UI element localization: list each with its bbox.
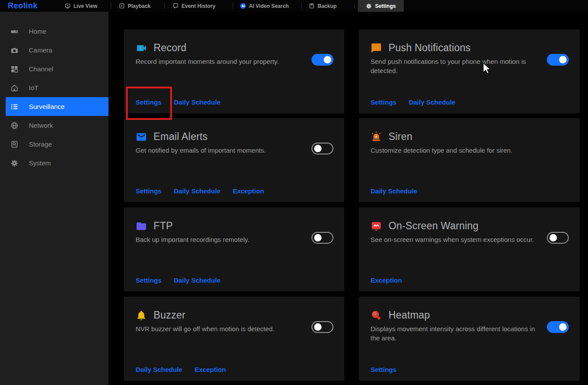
- tab-label: Playback: [128, 3, 150, 9]
- sidebar-item-camera[interactable]: Camera: [0, 41, 108, 60]
- video-camera-icon: [136, 42, 147, 54]
- reolink-logo: Reolink: [8, 0, 38, 12]
- link-settings[interactable]: Settings: [136, 187, 161, 195]
- sidebar-item-home[interactable]: Home: [0, 22, 108, 41]
- link-daily-schedule[interactable]: Daily Schedule: [174, 98, 220, 106]
- card-record: Record Record important moments around y…: [124, 29, 344, 113]
- card-heatmap: Heatmap Displays movement intensity acro…: [359, 297, 580, 381]
- nav-divider: [301, 3, 302, 9]
- tab-ai-video-search[interactable]: AI AI Video Search: [240, 0, 289, 12]
- sidebar: Home Camera Channel IoT Surveillance Net…: [0, 12, 108, 385]
- envelope-icon: [136, 131, 147, 143]
- card-header: Siren: [359, 118, 580, 143]
- nav-divider: [233, 3, 233, 9]
- tab-event-history[interactable]: Event History: [173, 0, 215, 12]
- sidebar-item-channel[interactable]: Channel: [0, 60, 108, 78]
- card-links: Settings Daily Schedule: [371, 98, 455, 106]
- card-description: Back up important recordings remotely.: [136, 235, 307, 244]
- link-daily-schedule[interactable]: Daily Schedule: [174, 276, 220, 284]
- live-view-icon: [65, 3, 70, 9]
- tab-label: AI Video Search: [249, 3, 289, 9]
- channel-grid-icon: [10, 65, 18, 73]
- surveillance-list-icon: [10, 103, 18, 111]
- card-title: On-Screen Warning: [388, 220, 479, 232]
- card-email-alerts: Email Alerts Get notified by emails of i…: [124, 118, 344, 202]
- ftp-toggle[interactable]: [312, 232, 333, 244]
- bell-icon: [136, 310, 147, 321]
- card-push-notifications: Push Notifications Send push notificatio…: [359, 29, 580, 113]
- ai-badge-icon: AI: [240, 3, 246, 9]
- event-history-icon: [173, 3, 178, 9]
- card-links: Exception: [371, 276, 402, 284]
- heatmap-icon: [371, 310, 382, 321]
- nav-divider: [111, 3, 111, 9]
- backup-icon: [309, 3, 315, 9]
- tab-label: Event History: [182, 3, 215, 9]
- link-exception[interactable]: Exception: [371, 276, 402, 284]
- card-title: Push Notifications: [388, 42, 471, 54]
- camera-icon: [10, 46, 18, 54]
- buzzer-toggle[interactable]: [312, 321, 333, 333]
- card-header: Push Notifications: [359, 29, 580, 54]
- link-daily-schedule[interactable]: Daily Schedule: [371, 187, 417, 195]
- sidebar-item-label: Camera: [29, 46, 52, 54]
- sidebar-item-label: Network: [29, 122, 53, 129]
- sidebar-item-storage[interactable]: Storage: [0, 135, 108, 154]
- card-description: Get notified by emails of important mome…: [136, 146, 307, 155]
- link-daily-schedule[interactable]: Daily Schedule: [136, 366, 182, 373]
- nav-divider: [354, 3, 355, 9]
- sidebar-item-network[interactable]: Network: [0, 116, 108, 135]
- card-description: Send push notifications to your phone wh…: [371, 57, 542, 75]
- card-on-screen-warning: On-Screen Warning See on-screen warnings…: [359, 207, 580, 291]
- sidebar-item-surveillance[interactable]: Surveillance: [6, 97, 108, 116]
- sidebar-item-iot[interactable]: IoT: [0, 78, 108, 97]
- link-daily-schedule[interactable]: Daily Schedule: [409, 98, 455, 106]
- email-alerts-toggle[interactable]: [312, 143, 333, 154]
- card-header: On-Screen Warning: [359, 207, 580, 232]
- card-header: Buzzer: [124, 297, 344, 321]
- link-settings[interactable]: Settings: [371, 98, 396, 106]
- card-ftp: FTP Back up important recordings remotel…: [124, 207, 344, 291]
- sidebar-item-label: Home: [29, 28, 46, 35]
- sidebar-item-system[interactable]: System: [0, 154, 108, 172]
- tab-label: Backup: [318, 3, 336, 9]
- sidebar-item-label: Surveillance: [29, 103, 65, 110]
- link-exception[interactable]: Exception: [233, 187, 264, 195]
- tab-playback[interactable]: Playback: [119, 0, 150, 12]
- network-globe-icon: [10, 122, 18, 130]
- card-links: Daily Schedule Exception: [136, 366, 226, 373]
- link-daily-schedule[interactable]: Daily Schedule: [174, 187, 220, 195]
- on-screen-warning-toggle[interactable]: [547, 232, 569, 244]
- card-description: NVR buzzer will go off when motion is de…: [136, 324, 307, 333]
- card-links: Settings Daily Schedule: [136, 276, 220, 284]
- card-description: Record important moments around your pro…: [136, 57, 307, 66]
- link-settings[interactable]: Settings: [136, 98, 161, 106]
- card-description: Displays movement intensity across diffe…: [371, 324, 542, 343]
- link-settings[interactable]: Settings: [136, 276, 161, 284]
- card-header: Record: [124, 29, 344, 54]
- card-header: Email Alerts: [124, 118, 344, 143]
- tab-settings[interactable]: Settings: [358, 0, 404, 12]
- tab-label: Settings: [375, 3, 396, 9]
- monitor-warning-icon: [371, 220, 382, 232]
- playback-icon: [119, 3, 125, 9]
- sidebar-item-label: Channel: [29, 65, 53, 73]
- sidebar-item-label: IoT: [29, 84, 38, 91]
- nvr-home-icon: [10, 28, 18, 35]
- card-title: Siren: [388, 131, 413, 143]
- card-siren: Siren Customize detection type and sched…: [359, 118, 580, 202]
- record-toggle[interactable]: [312, 54, 333, 66]
- card-links: Settings Daily Schedule Exception: [136, 187, 264, 195]
- tab-backup[interactable]: Backup: [309, 0, 336, 12]
- card-description: Customize detection type and schedule fo…: [371, 146, 542, 155]
- heatmap-toggle[interactable]: [547, 321, 569, 333]
- tab-live-view[interactable]: Live View: [65, 0, 97, 12]
- nav-divider: [164, 3, 165, 9]
- link-settings[interactable]: Settings: [371, 366, 396, 373]
- link-exception[interactable]: Exception: [195, 366, 226, 373]
- push-notifications-toggle[interactable]: [547, 54, 569, 66]
- settings-gear-icon: [366, 3, 372, 9]
- card-description: See on-screen warnings when system excep…: [371, 235, 542, 244]
- top-navigation-bar: Reolink Live View Playback Event History…: [0, 0, 588, 12]
- system-gear-icon: [10, 159, 18, 167]
